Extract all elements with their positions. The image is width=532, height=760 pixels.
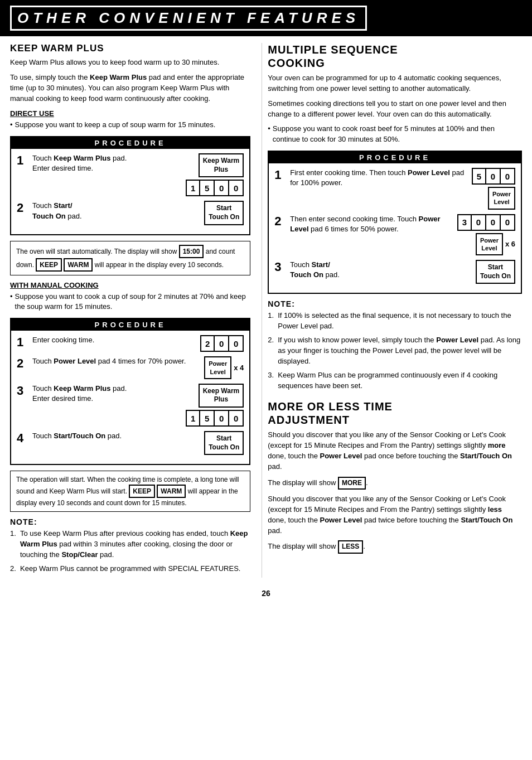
direct-use-bullet: • Suppose you want to keep a cup of soup… — [10, 120, 250, 130]
display-less: LESS — [338, 540, 363, 553]
manual-step-2: 2 Touch Power Level pad 4 times for 70% … — [17, 356, 244, 379]
digits-1500-manual: 1 5 0 0 — [186, 410, 244, 427]
power-level-button-ms1: PowerLevel — [488, 187, 515, 210]
manual-procedure-body: 1 Enter cooking time. 2 0 0 — [11, 331, 249, 464]
keep-warm-intro1: Keep Warm Plus allows you to keep food w… — [10, 57, 250, 68]
ms-step-2-num: 2 — [274, 215, 287, 227]
step-1-content: Touch Keep Warm Plus pad. Enter desired … — [32, 153, 182, 173]
page: OTHER CONVENIENT FEATURES KEEP WARM PLUS… — [0, 0, 532, 603]
page-number: 26 — [262, 589, 270, 598]
note-left-list: To use Keep Warm Plus after previous coo… — [10, 529, 250, 574]
display-more: MORE — [338, 477, 366, 490]
keep-warm-plus-title: KEEP WARM PLUS — [10, 43, 250, 54]
keep-warm-plus-button-2: Keep WarmPlus — [199, 384, 244, 408]
multiple-seq-intro1: Your oven can be programmed for up to 4 … — [268, 73, 522, 94]
direct-use-procedure-box: PROCEDURE 1 Touch Keep Warm Plus pad. En… — [10, 136, 250, 235]
manual-procedure-header: PROCEDURE — [11, 319, 249, 331]
ms-step-1: 1 First enter cooking time. Then touch P… — [274, 168, 515, 210]
manual-info-box: The operation will start. When the cooki… — [10, 471, 250, 512]
start-touch-on-button: StartTouch On — [204, 201, 244, 225]
manual-step-4-content: Touch Start/Touch On pad. — [32, 431, 201, 441]
note-right-title: NOTE: — [268, 299, 522, 308]
step-2-direct: 2 Touch Start/Touch On pad. StartTouch O… — [17, 201, 244, 225]
multiple-seq-procedure-box: PROCEDURE 1 First enter cooking time. Th… — [268, 151, 522, 294]
note-left-item-1: To use Keep Warm Plus after previous coo… — [10, 529, 250, 560]
x4-label: x 4 — [234, 364, 244, 372]
manual-step-3-num: 3 — [17, 385, 29, 397]
note-right-item-2: If you wish to know power level, simply … — [268, 335, 522, 367]
more-less-para1: Should you discover that you like any of… — [268, 430, 522, 472]
step-2-content: Touch Start/Touch On pad. — [32, 201, 201, 221]
note-right-list: If 100% is selected as the final sequenc… — [268, 311, 522, 391]
manual-step-2-content: Touch Power Level pad 4 times for 70% po… — [32, 356, 201, 366]
manual-step-1-visual: 2 0 0 — [200, 335, 244, 352]
ms-step-1-num: 1 — [274, 169, 287, 181]
step-1-visual: Keep WarmPlus 1 5 0 0 — [186, 153, 244, 196]
bullet-icon: • — [10, 120, 13, 130]
step-2-visual: StartTouch On — [204, 201, 244, 225]
manual-cooking-title: WITH MANUAL COOKING — [10, 281, 250, 289]
note-right-item-1: If 100% is selected as the final sequenc… — [268, 311, 522, 332]
more-less-title: MORE OR LESS TIMEADJUSTMENT — [268, 400, 522, 427]
direct-use-procedure-header: PROCEDURE — [11, 137, 249, 149]
more-less-para4: The display will show LESS. — [268, 540, 522, 553]
manual-step-4: 4 Touch Start/Touch On pad. StartTouch O… — [17, 431, 244, 455]
ms-step-3-num: 3 — [274, 261, 287, 273]
more-less-para2: The display will show MORE. — [268, 477, 522, 490]
manual-step-2-visual: PowerLevel x 4 — [204, 356, 244, 379]
manual-step-3: 3 Touch Keep Warm Plus pad. Enter desire… — [17, 384, 244, 427]
step-2-number: 2 — [17, 202, 29, 214]
digits-500: 5 0 0 — [472, 168, 515, 185]
step-1-number: 1 — [17, 154, 29, 167]
ms-step-2-content: Then enter second cooking time. Touch Po… — [290, 214, 454, 234]
power-level-button-1: PowerLevel — [204, 356, 231, 379]
direct-use-procedure-body: 1 Touch Keep Warm Plus pad. Enter desire… — [11, 149, 249, 234]
manual-cooking-procedure-box: PROCEDURE 1 Enter cooking time. 2 0 0 — [10, 318, 250, 465]
more-less-para3: Should you discover that you like any of… — [268, 494, 522, 536]
page-header: OTHER CONVENIENT FEATURES — [0, 0, 532, 36]
content-area: KEEP WARM PLUS Keep Warm Plus allows you… — [0, 43, 532, 578]
direct-use-title: DIRECT USE — [10, 109, 250, 118]
time-digits-1500: 1 5 0 0 — [186, 180, 244, 196]
x6-label: x 6 — [505, 240, 515, 248]
multiple-seq-proc-header: PROCEDURE — [269, 152, 521, 163]
left-column: KEEP WARM PLUS Keep Warm Plus allows you… — [10, 43, 262, 578]
multiple-seq-intro2: Sometimes cooking directions tell you to… — [268, 99, 522, 120]
display-warm: WARM — [64, 258, 93, 272]
manual-cooking-bullet: • Suppose you want to cook a cup of soup… — [10, 292, 250, 313]
power-level-button-ms2: PowerLevel — [476, 233, 503, 256]
keep-warm-intro2: To use, simply touch the Keep Warm Plus … — [10, 72, 250, 104]
manual-step-2-num: 2 — [17, 357, 29, 370]
multiple-seq-bullet: • Suppose you want to cook roast beef fo… — [268, 124, 522, 145]
ms-step-3-visual: StartTouch On — [476, 260, 515, 284]
multiple-sequence-title: MULTIPLE SEQUENCECOOKING — [268, 43, 522, 70]
step-1-direct: 1 Touch Keep Warm Plus pad. Enter desire… — [17, 153, 244, 196]
manual-step-3-content: Touch Keep Warm Plus pad. Enter desired … — [32, 384, 182, 404]
keep-warm-plus-button: Keep WarmPlus — [199, 153, 244, 177]
ms-step-1-visual: 5 0 0 PowerLevel — [472, 168, 515, 210]
digits-200: 2 0 0 — [200, 335, 244, 352]
note-left-title: NOTE: — [10, 517, 250, 526]
ms-step-2-visual: 3 0 0 0 PowerLevel x 6 — [457, 214, 515, 256]
ms-step-3: 3 Touch Start/Touch On pad. StartTouch O… — [274, 260, 515, 284]
page-title: OTHER CONVENIENT FEATURES — [10, 6, 367, 31]
ms-step-1-content: First enter cooking time. Then touch Pow… — [290, 168, 468, 188]
display-1500: 15:00 — [179, 245, 204, 258]
page-footer: 26 — [0, 589, 532, 603]
manual-step-4-num: 4 — [17, 432, 29, 444]
display-warm-2: WARM — [157, 485, 186, 498]
note-right-item-3: Keep Warm Plus can be programmed continu… — [268, 370, 522, 391]
manual-step-1-content: Enter cooking time. — [32, 335, 197, 345]
digits-3000: 3 0 0 0 — [457, 214, 515, 231]
manual-step-1: 1 Enter cooking time. 2 0 0 — [17, 335, 244, 352]
multiple-seq-proc-body: 1 First enter cooking time. Then touch P… — [269, 163, 521, 293]
start-touch-on-button-2: StartTouch On — [204, 431, 244, 455]
display-keep-2: KEEP — [129, 485, 155, 498]
direct-use-info-box: The oven will start automatically. The d… — [10, 241, 250, 275]
manual-step-1-num: 1 — [17, 336, 29, 348]
ms-step-3-content: Touch Start/Touch On pad. — [290, 260, 472, 280]
bullet-icon-3: • — [268, 124, 270, 145]
manual-step-4-visual: StartTouch On — [204, 431, 244, 455]
bullet-icon-2: • — [10, 292, 13, 313]
note-left-item-2: Keep Warm Plus cannot be programmed with… — [10, 564, 250, 574]
